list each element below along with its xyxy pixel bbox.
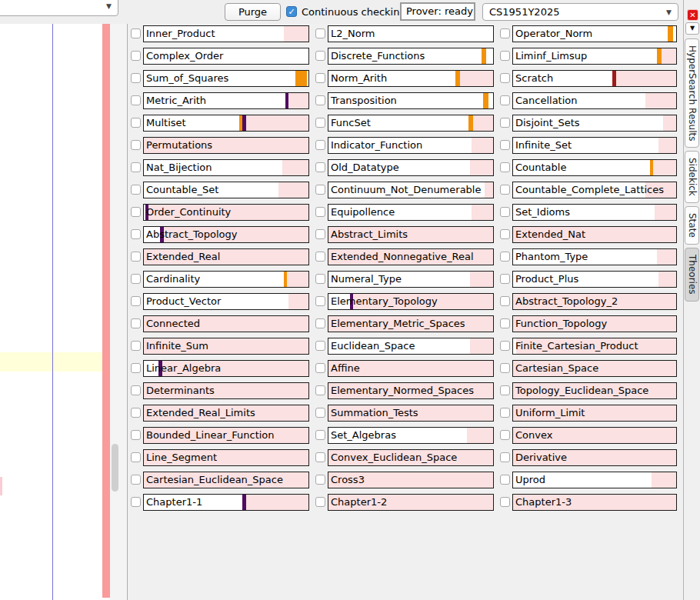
theory-progress-box[interactable]: Line_Segment [143,449,309,466]
editor-scrollbar-track[interactable] [110,24,127,600]
theory-progress-box[interactable]: Infinite_Set [512,137,677,154]
theory-checkbox[interactable] [500,229,510,239]
tab-state[interactable]: State [685,206,699,245]
theory-progress-box[interactable]: Product_Plus [512,271,677,288]
dock-menu-arrow-icon[interactable]: ▼ [685,22,699,35]
theory-checkbox[interactable] [500,274,510,284]
theory-checkbox[interactable] [315,51,325,61]
theory-checkbox[interactable] [131,296,141,306]
theory-progress-box[interactable]: Extended_Nonnegative_Real [328,248,494,265]
session-selector[interactable]: CS1951Y2025 ▼ [482,3,678,21]
theory-progress-box[interactable]: Cross3 [328,472,494,488]
close-icon[interactable]: ✕ [687,9,698,21]
theory-progress-box[interactable]: Inner_Product [143,25,309,42]
theory-progress-box[interactable]: Countable_Set [143,182,309,198]
theory-progress-box[interactable]: Connected [143,315,309,332]
theory-checkbox[interactable] [500,162,510,172]
theory-checkbox[interactable] [315,408,325,418]
theory-progress-box[interactable]: Continuum_Not_Denumerable [328,182,494,198]
theory-checkbox[interactable] [131,452,141,462]
theory-checkbox[interactable] [500,363,510,373]
theory-checkbox[interactable] [131,73,141,83]
theory-progress-box[interactable]: Complex_Order [143,48,309,65]
theory-progress-box[interactable]: Extended_Nat [512,226,677,243]
theory-checkbox[interactable] [131,185,141,195]
theory-checkbox[interactable] [315,207,325,217]
theory-progress-box[interactable]: Numeral_Type [328,271,494,288]
theory-progress-box[interactable]: Disjoint_Sets [512,115,677,132]
theory-progress-box[interactable]: Countable_Complete_Lattices [512,182,677,198]
theory-checkbox[interactable] [315,229,325,239]
theory-progress-box[interactable]: Old_Datatype [328,159,494,176]
theory-progress-box[interactable]: Chapter1-3 [512,494,677,511]
tab-hypersearch-results[interactable]: HyperSearch Results [685,38,699,148]
theory-progress-box[interactable]: Phantom_Type [512,248,677,265]
theory-progress-box[interactable]: Cancellation [512,92,677,109]
theory-progress-box[interactable]: Abstract_Limits [328,226,494,243]
purge-button[interactable]: Purge [225,3,281,21]
theory-progress-box[interactable]: Transposition [328,92,494,109]
theory-checkbox[interactable] [131,140,141,150]
theory-checkbox[interactable] [315,118,325,128]
theory-checkbox[interactable] [131,430,141,440]
theory-progress-box[interactable]: Euclidean_Space [328,338,494,355]
theory-checkbox[interactable] [500,385,510,395]
theory-checkbox[interactable] [315,430,325,440]
theory-checkbox[interactable] [131,318,141,328]
theory-progress-box[interactable]: Extended_Real [143,248,309,265]
theory-checkbox[interactable] [315,341,325,351]
theory-checkbox[interactable] [131,408,141,418]
theory-progress-box[interactable]: Multiset [143,115,309,132]
theory-checkbox[interactable] [500,28,510,38]
theory-progress-box[interactable]: Norm_Arith [328,70,494,87]
theory-checkbox[interactable] [131,363,141,373]
tab-theories[interactable]: Theories [685,248,699,302]
theory-checkbox[interactable] [500,296,510,306]
theory-checkbox[interactable] [131,229,141,239]
editor-area[interactable] [0,24,128,600]
theory-progress-box[interactable]: Derivative [512,449,677,466]
editor-scrollbar-thumb[interactable] [112,444,118,492]
theory-checkbox[interactable] [500,341,510,351]
theory-progress-box[interactable]: Uprod [512,472,677,488]
theory-progress-box[interactable]: Summation_Tests [328,405,494,422]
theory-checkbox[interactable] [131,51,141,61]
theory-checkbox[interactable] [315,95,325,105]
theory-progress-box[interactable]: Cartesian_Space [512,360,677,377]
theory-progress-box[interactable]: L2_Norm [328,25,494,42]
theory-progress-box[interactable]: Countable [512,159,677,176]
theory-progress-box[interactable]: Elementary_Normed_Spaces [328,382,494,399]
theory-progress-box[interactable]: Cardinality [143,271,309,288]
theory-checkbox[interactable] [500,73,510,83]
theory-progress-box[interactable]: Scratch [512,70,677,87]
theory-checkbox[interactable] [500,185,510,195]
theory-progress-box[interactable]: Sum_of_Squares [143,70,309,87]
theory-progress-box[interactable]: FuncSet [328,115,494,132]
theory-checkbox[interactable] [315,475,325,485]
theory-checkbox[interactable] [315,385,325,395]
theory-checkbox[interactable] [131,118,141,128]
theory-checkbox[interactable] [131,95,141,105]
theory-progress-box[interactable]: Equipollence [328,204,494,221]
tab-sidekick[interactable]: Sidekick [685,151,699,203]
theory-checkbox[interactable] [500,140,510,150]
theory-checkbox[interactable] [315,252,325,262]
theory-checkbox[interactable] [131,28,141,38]
theory-progress-box[interactable]: Cartesian_Euclidean_Space [143,472,309,488]
theory-checkbox[interactable] [315,162,325,172]
theory-progress-box[interactable]: Function_Topology [512,315,677,332]
theory-checkbox[interactable] [131,475,141,485]
theory-checkbox[interactable] [315,363,325,373]
theory-checkbox[interactable] [500,118,510,128]
theory-checkbox[interactable] [315,140,325,150]
theory-checkbox[interactable] [500,475,510,485]
theory-progress-box[interactable]: Set_Algebras [328,427,494,444]
theory-progress-box[interactable]: Chapter1-2 [328,494,494,511]
theory-checkbox[interactable] [315,73,325,83]
theory-progress-box[interactable]: Extended_Real_Limits [143,405,309,422]
theory-checkbox[interactable] [500,318,510,328]
theory-progress-box[interactable]: Elementary_Topology [328,293,494,310]
theory-progress-box[interactable]: Chapter1-1 [143,494,309,511]
theory-checkbox[interactable] [500,95,510,105]
theory-checkbox[interactable] [315,274,325,284]
